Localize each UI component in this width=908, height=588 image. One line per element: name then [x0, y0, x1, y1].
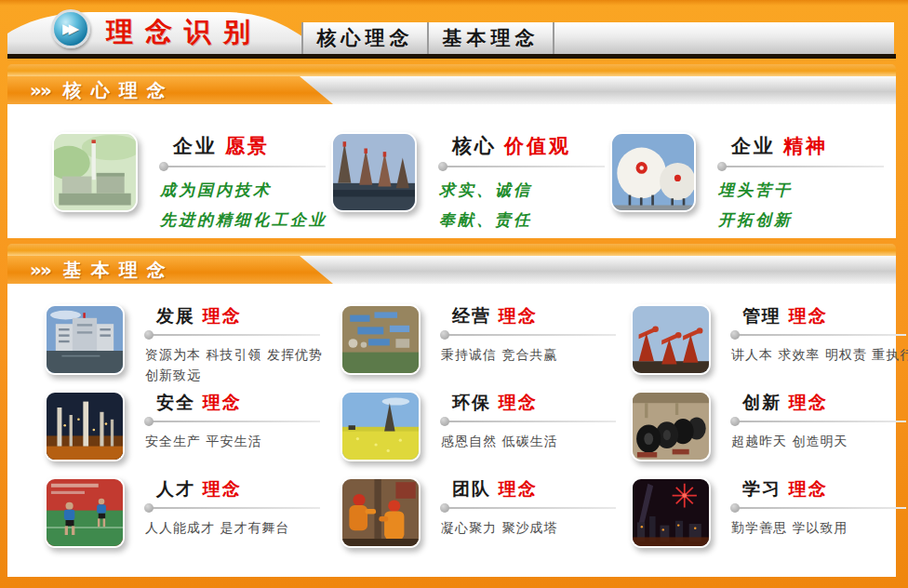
title-black: 企业 [173, 135, 218, 157]
title-red: 理念 [203, 305, 242, 326]
refinery-night-photo [45, 391, 125, 461]
page-inner: ▶▶ 理念识别 核心理念 基本理念 »» 核心理念 [7, 6, 896, 577]
basic-item-text: 学习理念 勤学善思 学以致用 [731, 477, 908, 564]
basic-item-desc: 讲人本 求效率 明权责 重执行 [731, 345, 908, 366]
basic-item-development: 发展理念 资源为本 科技引领 发挥优势 创新致远 [45, 304, 340, 391]
basic-item-talent: 人才理念 人人能成才 是才有舞台 [45, 477, 340, 564]
title-divider [145, 507, 320, 509]
core-motto: 求实、诚信 奉献、责任 [439, 180, 605, 231]
title-divider [145, 334, 320, 336]
basic-item-desc: 勤学善思 学以致用 [731, 518, 908, 539]
office-building-photo [45, 304, 125, 375]
core-motto-line: 开拓创新 [718, 209, 884, 231]
basic-item-title: 环保理念 [441, 391, 623, 415]
title-black: 安全 [156, 392, 195, 412]
basic-item-title: 学习理念 [731, 477, 908, 501]
title-divider [439, 166, 605, 167]
basic-item-title: 安全理念 [145, 391, 327, 415]
basic-item-environment: 环保理念 感恩自然 低碳生活 [340, 391, 631, 477]
basic-item-text: 经营理念 秉持诚信 竞合共赢 [441, 304, 623, 391]
title-divider [718, 166, 884, 167]
core-section-body: 企业愿景 成为国内技术 先进的精细化工企业 [7, 104, 896, 238]
title-divider [731, 507, 906, 509]
double-chevron-icon: »» [30, 259, 50, 281]
basic-section-strip [7, 244, 896, 256]
badminton-match-photo [45, 477, 125, 548]
title-divider [145, 421, 320, 422]
core-motto: 埋头苦干 开拓创新 [718, 180, 884, 231]
core-item-values: 核心价值观 求实、诚信 奉献、责任 [331, 132, 610, 238]
fast-forward-icon: ▶▶ [51, 9, 90, 48]
core-motto-line: 埋头苦干 [718, 180, 884, 201]
drilling-workers-photo [340, 477, 421, 548]
title-red: 理念 [789, 392, 828, 412]
core-motto: 成为国内技术 先进的精细化工企业 [160, 180, 327, 231]
fireworks-plant-photo [631, 477, 711, 548]
core-motto-line: 奉献、责任 [439, 209, 605, 231]
title-black: 经营 [452, 305, 491, 326]
title-black: 企业 [731, 135, 776, 157]
basic-item-text: 安全理念 安全生产 平安生活 [145, 391, 327, 477]
basic-section-body: 发展理念 资源为本 科技引领 发挥优势 创新致远 [7, 284, 896, 577]
section-heading-text: 核心理念 [63, 78, 175, 103]
core-item-vision: 企业愿景 成为国内技术 先进的精细化工企业 [52, 132, 331, 238]
basic-item-title: 创新理念 [731, 391, 908, 415]
title-divider [731, 334, 906, 336]
title-black: 学习 [742, 478, 781, 499]
title-black: 团队 [452, 478, 491, 499]
basic-item-safety: 安全理念 安全生产 平安生活 [45, 391, 340, 477]
core-motto-line: 求实、诚信 [439, 180, 605, 201]
core-item-text: 企业愿景 成为国内技术 先进的精细化工企业 [160, 132, 327, 238]
title-red: 理念 [789, 478, 828, 499]
fast-forward-glyph: ▶▶ [62, 20, 79, 37]
title-red: 理念 [203, 478, 242, 499]
title-red: 愿景 [225, 135, 270, 157]
basic-item-title: 经营理念 [441, 304, 623, 328]
core-motto-line: 先进的精细化工企业 [160, 209, 327, 231]
page-header: ▶▶ 理念识别 核心理念 基本理念 [7, 6, 896, 54]
title-black: 核心 [452, 135, 497, 157]
basic-item-title: 发展理念 [145, 304, 327, 328]
basic-item-management: 管理理念 讲人本 求效率 明权责 重执行 [631, 304, 908, 391]
basic-item-desc: 超越昨天 创造明天 [731, 432, 908, 452]
core-section-strip [7, 64, 896, 76]
canola-field-rig-photo [340, 391, 421, 461]
title-black: 管理 [742, 305, 781, 326]
basic-item-innovation: 创新理念 超越昨天 创造明天 [631, 391, 908, 477]
basic-item-title: 人才理念 [145, 477, 327, 501]
basic-item-team: 团队理念 凝心聚力 聚沙成塔 [340, 477, 631, 564]
title-black: 人才 [156, 478, 195, 499]
title-divider [441, 507, 616, 509]
title-red: 理念 [203, 392, 242, 412]
core-section-bar: »» 核心理念 [7, 76, 896, 104]
basic-item-desc: 人人能成才 是才有舞台 [145, 518, 327, 539]
title-red: 理念 [499, 305, 538, 326]
core-section-heading: »» 核心理念 [7, 76, 335, 104]
core-item-text: 核心价值观 求实、诚信 奉献、责任 [439, 132, 605, 238]
basic-item-title: 团队理念 [441, 477, 623, 501]
title-divider [441, 421, 616, 422]
core-motto-line: 成为国内技术 [160, 180, 327, 201]
basic-item-text: 环保理念 感恩自然 低碳生活 [441, 391, 623, 477]
basic-item-desc: 秉持诚信 竞合共赢 [441, 345, 623, 366]
page-title: 理念识别 [106, 14, 262, 51]
industrial-plant-aerial-photo [340, 304, 421, 375]
title-red: 理念 [499, 478, 538, 499]
basic-section-bar: »» 基本理念 [7, 256, 896, 284]
drilling-rigs-photo [331, 132, 417, 212]
basic-item-desc: 资源为本 科技引领 发挥优势 创新致远 [145, 345, 327, 385]
title-black: 发展 [156, 305, 195, 326]
basic-item-learning: 学习理念 勤学善思 学以致用 [631, 477, 908, 564]
double-chevron-icon: »» [30, 79, 50, 101]
core-item-title: 企业精神 [718, 133, 884, 159]
title-red: 价值观 [504, 135, 571, 157]
tabbar-filler [553, 22, 894, 54]
tab-core-concept[interactable]: 核心理念 [301, 22, 427, 54]
tab-basic-concept[interactable]: 基本理念 [427, 22, 553, 54]
basic-item-desc: 安全生产 平安生活 [145, 432, 327, 452]
nav-tabbar: 核心理念 基本理念 [301, 22, 894, 54]
basic-item-text: 人才理念 人人能成才 是才有舞台 [145, 477, 327, 564]
oil-pumpjacks-photo [631, 304, 711, 375]
core-item-title: 企业愿景 [160, 133, 327, 159]
basic-item-text: 创新理念 超越昨天 创造明天 [731, 391, 908, 477]
